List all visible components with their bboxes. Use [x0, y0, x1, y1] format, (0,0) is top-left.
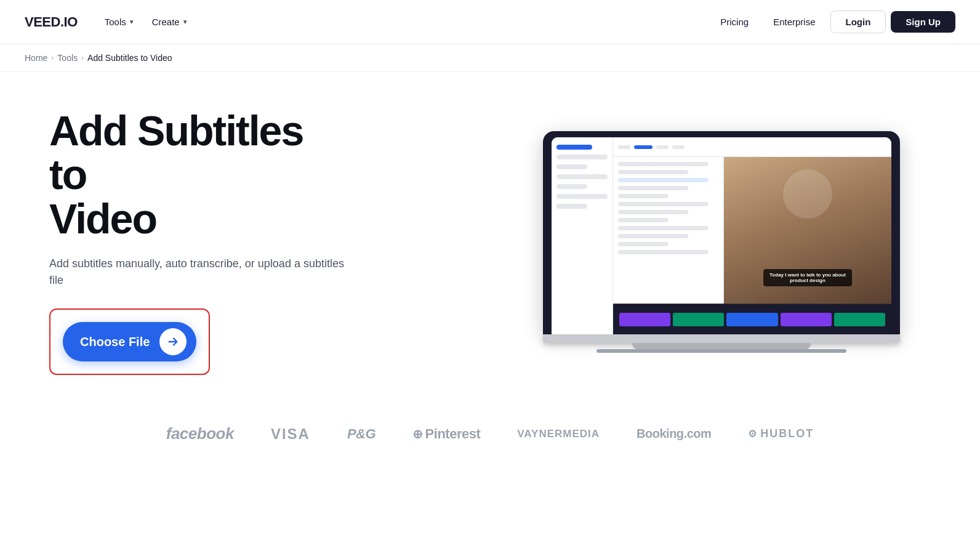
- nav-tools-label: Tools: [105, 17, 126, 27]
- breadcrumb-sep-2: ›: [81, 54, 84, 62]
- breadcrumb: Home › Tools › Add Subtitles to Video: [0, 44, 980, 72]
- laptop-base: [543, 334, 900, 343]
- brand-visa: VISA: [271, 425, 310, 443]
- nav-tools[interactable]: Tools ▼: [97, 12, 142, 32]
- brand-booking: Booking.com: [637, 427, 711, 441]
- breadcrumb-current: Add Subtitles to Video: [87, 53, 172, 63]
- breadcrumb-tools[interactable]: Tools: [57, 53, 78, 63]
- hublot-icon: ⚙: [748, 428, 758, 440]
- arrow-right-icon: [159, 328, 187, 355]
- video-caption: Today I want to talk to you aboutproduct…: [763, 269, 852, 286]
- laptop-foot: [596, 349, 846, 353]
- timeline-clip: [781, 313, 832, 326]
- toolbar-tab: [656, 145, 669, 149]
- nav-create[interactable]: Create ▼: [145, 12, 196, 32]
- enterprise-link[interactable]: Enterprise: [763, 12, 825, 32]
- sidebar-item: [556, 164, 587, 169]
- hero-section: Add Subtitles to Video Add subtitles man…: [0, 72, 980, 400]
- timeline-clip: [726, 313, 777, 326]
- transcript-line: [618, 226, 709, 230]
- transcript-line: [618, 194, 669, 198]
- laptop-video-area: Today I want to talk to you aboutproduct…: [724, 157, 891, 304]
- person-silhouette: [783, 169, 832, 219]
- transcript-line: [618, 234, 688, 238]
- laptop-stand: [632, 343, 811, 349]
- transcript-line: [618, 202, 709, 206]
- hero-right: Today I want to talk to you aboutproduct…: [512, 131, 931, 353]
- sidebar-item: [556, 174, 608, 179]
- laptop-sidebar: [552, 137, 613, 334]
- choose-file-button[interactable]: Choose File: [63, 322, 196, 361]
- transcript-line: [618, 242, 669, 246]
- transcript-line: [618, 162, 709, 166]
- transcript-line: [618, 210, 688, 214]
- hero-left: Add Subtitles to Video Add subtitles man…: [49, 109, 345, 375]
- hero-title: Add Subtitles to Video: [49, 109, 345, 241]
- hero-title-line1: Add Subtitles to: [49, 107, 303, 198]
- pricing-link[interactable]: Pricing: [710, 12, 758, 32]
- navbar-left: VEED.IO Tools ▼ Create ▼: [25, 12, 196, 32]
- chevron-down-icon: ▼: [129, 18, 135, 25]
- toolbar-tab-active: [634, 145, 653, 149]
- pinterest-icon: ⊕: [412, 427, 423, 441]
- brand-hublot: ⚙ HUBLOT: [748, 427, 814, 440]
- laptop-timeline: [613, 304, 891, 334]
- toolbar-tab: [672, 145, 685, 149]
- navbar-nav: Tools ▼ Create ▼: [97, 12, 196, 32]
- transcript-line: [618, 186, 688, 190]
- laptop-screen-outer: Today I want to talk to you aboutproduct…: [543, 131, 900, 334]
- laptop-toolbar: [613, 137, 891, 157]
- sidebar-item: [556, 184, 587, 189]
- laptop-transcript: [613, 157, 724, 304]
- sidebar-item: [556, 194, 608, 199]
- breadcrumb-home[interactable]: Home: [25, 53, 47, 63]
- brands-section: facebook VISA P&G ⊕ Pinterest VAYNERMEDI…: [0, 400, 980, 474]
- login-button[interactable]: Login: [830, 10, 886, 33]
- brand-pg: P&G: [347, 426, 376, 442]
- laptop-content: Today I want to talk to you aboutproduct…: [613, 157, 891, 304]
- hero-subtitle: Add subtitles manually, auto transcribe,…: [49, 256, 345, 289]
- sidebar-item: [556, 204, 587, 209]
- choose-file-label: Choose File: [80, 335, 150, 349]
- brand-pinterest: ⊕ Pinterest: [412, 426, 480, 442]
- sidebar-item: [556, 155, 608, 159]
- hero-title-line2: Video: [49, 195, 156, 242]
- transcript-line: [618, 218, 669, 222]
- signup-button[interactable]: Sign Up: [891, 11, 955, 33]
- timeline-clip: [619, 313, 670, 326]
- breadcrumb-sep-1: ›: [51, 54, 54, 62]
- laptop-screen-inner: Today I want to talk to you aboutproduct…: [552, 137, 891, 334]
- logo[interactable]: VEED.IO: [25, 14, 78, 30]
- navbar: VEED.IO Tools ▼ Create ▼ Pricing Enterpr…: [0, 0, 980, 44]
- brand-facebook: facebook: [166, 424, 234, 443]
- sidebar-item: [556, 145, 592, 150]
- nav-create-label: Create: [152, 17, 180, 27]
- transcript-line: [618, 178, 709, 182]
- navbar-right: Pricing Enterprise Login Sign Up: [710, 10, 955, 33]
- laptop-main: Today I want to talk to you aboutproduct…: [613, 137, 891, 334]
- upload-box[interactable]: Choose File: [49, 308, 210, 375]
- toolbar-tab: [618, 145, 630, 149]
- transcript-line: [618, 170, 688, 174]
- chevron-down-icon: ▼: [182, 18, 188, 25]
- brand-vaynermedia: VAYNERMEDIA: [517, 428, 600, 440]
- transcript-line: [618, 250, 709, 254]
- timeline-clip: [834, 313, 885, 326]
- timeline-clip: [673, 313, 724, 326]
- laptop-mockup: Today I want to talk to you aboutproduct…: [543, 131, 900, 353]
